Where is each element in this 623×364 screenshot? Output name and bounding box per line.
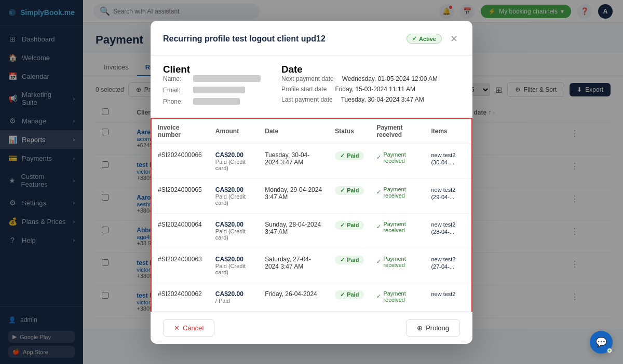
start-date-row: Profile start date Friday, 15-03-2024 11… (281, 86, 438, 93)
invoice-items: new test2 (30-04-... (431, 152, 455, 165)
status-text: Paid (347, 152, 359, 159)
col-amount: Amount (209, 119, 259, 144)
received-text: Payment received (383, 186, 418, 199)
invoice-date: Sunday, 28-04-2024 3:47 AM (259, 213, 329, 248)
invoice-row: #SI2024000062 CA$20.00 / Paid Friday, 26… (152, 283, 471, 311)
invoice-method: / Paid (215, 298, 252, 304)
modal-close-button[interactable]: ✕ (448, 31, 460, 47)
online-indicator (607, 348, 612, 353)
check-icon: ✓ (412, 35, 417, 42)
email-value (193, 87, 245, 95)
next-payment-row: Next payment date Wednesday, 01-05-2024 … (281, 75, 438, 82)
invoice-date: Saturday, 27-04-2024 3:47 AM (259, 248, 329, 283)
phone-value (193, 98, 240, 106)
received-text: Payment received (383, 151, 418, 164)
invoice-amount: CA$20.00 (215, 186, 252, 193)
payment-received-badge: ✓Payment received (376, 151, 418, 164)
payment-received-badge: ✓Payment received (376, 221, 418, 233)
status-paid-badge: ✓Paid (335, 256, 364, 264)
modal-footer: ✕ Cancel ⊕ Prolong (151, 312, 472, 344)
invoice-number: #SI2024000062 (158, 290, 202, 298)
check-icon: ✓ (376, 154, 381, 161)
invoice-table: Invoice number Amount Date Status Paymen… (152, 119, 471, 312)
check-icon: ✓ (340, 257, 345, 263)
last-payment-row: Last payment date Tuesday, 30-04-2024 3:… (281, 96, 438, 103)
check-icon: ✓ (376, 223, 381, 230)
col-items: Items (425, 119, 471, 144)
x-icon: ✕ (174, 324, 180, 332)
status-text: Paid (347, 257, 359, 263)
payment-received-badge: ✓Payment received (376, 256, 418, 268)
chat-icon: 💬 (595, 337, 607, 348)
name-label: Name: (163, 75, 189, 83)
invoice-amount: CA$20.00 (215, 290, 252, 298)
prolong-button[interactable]: ⊕ Prolong (406, 319, 460, 337)
payment-received-badge: ✓Payment received (376, 186, 418, 199)
start-value: Friday, 15-03-2024 11:11 AM (335, 86, 415, 93)
phone-label: Phone: (163, 98, 189, 106)
invoice-row: #SI2024000066 CA$20.00 Paid (Credit card… (152, 144, 471, 178)
next-label: Next payment date (281, 75, 334, 82)
status-text: Paid (347, 222, 359, 228)
client-name-row: Name: (163, 75, 261, 83)
plus-icon: ⊕ (417, 324, 423, 332)
client-section: Client Name: Email: Phone: (163, 64, 261, 109)
status-text: Paid (347, 187, 359, 193)
check-icon: ✓ (340, 291, 345, 298)
status-text: Paid (347, 291, 359, 298)
invoice-items: new test2 (431, 291, 455, 297)
invoice-amount: CA$20.00 (215, 151, 252, 159)
invoice-date: Tuesday, 30-04-2024 3:47 AM (259, 144, 329, 178)
chat-button[interactable]: 💬 (590, 331, 613, 354)
email-label: Email: (163, 87, 189, 95)
received-text: Payment received (383, 221, 418, 233)
received-text: Payment received (383, 290, 418, 303)
invoice-date: Monday, 29-04-2024 3:47 AM (259, 178, 329, 213)
invoice-method: Paid (Credit card) (215, 159, 252, 171)
check-icon: ✓ (340, 152, 345, 159)
invoice-number: #SI2024000063 (158, 256, 202, 263)
status-label: Active (419, 36, 436, 42)
check-icon: ✓ (376, 258, 381, 265)
date-section: Date Next payment date Wednesday, 01-05-… (281, 64, 438, 109)
invoice-items: new test2 (28-04-... (431, 221, 455, 235)
modal-table-wrap: Invoice number Amount Date Status Paymen… (151, 118, 472, 312)
invoice-items: new test2 (29-04-... (431, 187, 455, 200)
cancel-button[interactable]: ✕ Cancel (163, 319, 214, 337)
invoice-row: #SI2024000064 CA$20.00 Paid (Credit card… (152, 213, 471, 248)
modal-info: Client Name: Email: Phone: (151, 55, 472, 118)
invoice-number: #SI2024000064 (158, 221, 202, 228)
check-icon: ✓ (376, 189, 381, 195)
invoice-amount: CA$20.00 (215, 256, 252, 263)
modal-overlay[interactable]: Recurring profile test logout client upd… (0, 0, 623, 364)
payment-received-badge: ✓Payment received (376, 290, 418, 303)
client-phone-row: Phone: (163, 98, 261, 106)
col-invoice-number: Invoice number (152, 119, 209, 144)
status-paid-badge: ✓Paid (335, 290, 364, 299)
prolong-label: Prolong (426, 324, 449, 332)
status-paid-badge: ✓Paid (335, 186, 364, 195)
recurring-modal: Recurring profile test logout client upd… (151, 21, 472, 344)
invoice-date: Friday, 26-04-2024 (259, 283, 329, 311)
received-text: Payment received (383, 256, 418, 268)
client-section-title: Client (163, 64, 261, 75)
invoice-number: #SI2024000065 (158, 186, 202, 193)
col-date: Date (259, 119, 329, 144)
status-badge: ✓ Active (407, 34, 442, 44)
modal-title: Recurring profile test logout client upd… (163, 34, 400, 44)
last-value: Tuesday, 30-04-2024 3:47 AM (341, 96, 424, 103)
client-email-row: Email: (163, 87, 261, 95)
start-label: Profile start date (281, 86, 327, 93)
check-icon: ✓ (340, 222, 345, 229)
modal-header: Recurring profile test logout client upd… (151, 21, 472, 55)
date-section-title: Date (281, 64, 438, 75)
invoice-row: #SI2024000063 CA$20.00 Paid (Credit card… (152, 248, 471, 283)
invoice-items: new test2 (27-04-... (431, 256, 455, 270)
invoice-method: Paid (Credit card) (215, 193, 252, 206)
invoice-amount: CA$20.00 (215, 221, 252, 228)
col-status: Status (329, 119, 370, 144)
cancel-label: Cancel (183, 324, 204, 332)
status-paid-badge: ✓Paid (335, 221, 364, 230)
invoice-method: Paid (Credit card) (215, 228, 252, 241)
col-payment-received: Payment received (370, 119, 425, 144)
